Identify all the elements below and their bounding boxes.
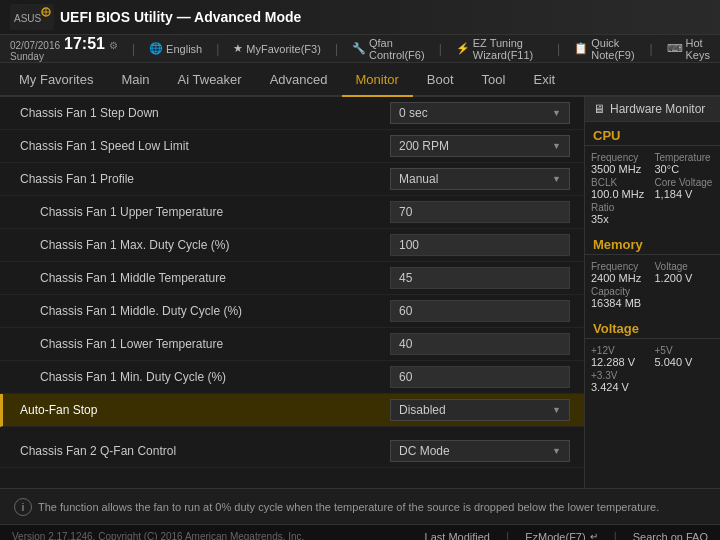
svg-text:ASUS: ASUS [14, 13, 42, 24]
info-text: The function allows the fan to run at 0%… [38, 501, 659, 513]
fan1-step-down-value[interactable]: 0 sec [390, 102, 570, 124]
qfan-btn[interactable]: 🔧 Qfan Control(F6) [352, 37, 425, 61]
bios-title: UEFI BIOS Utility — Advanced Mode [60, 9, 301, 25]
myfavorite-label: MyFavorite(F3) [246, 43, 321, 55]
fan1-lower-temp-value[interactable]: 40 [390, 333, 570, 355]
setting-auto-fan-stop[interactable]: Auto-Fan Stop Disabled [0, 394, 584, 427]
hw-cpu-bclk-label: BCLK 100.0 MHz [591, 177, 651, 200]
hw-v12-label: +12V 12.288 V [591, 345, 651, 368]
ez-mode-icon: ↵ [590, 531, 598, 540]
hw-voltage-grid: +12V 12.288 V +5V 5.040 V +3.3V 3.424 V [585, 343, 720, 399]
setting-fan1-speed-low[interactable]: Chassis Fan 1 Speed Low Limit 200 RPM [0, 130, 584, 163]
hw-cpu-ratio-label: Ratio 35x [591, 202, 714, 225]
hw-cpu-corevolt-label: Core Voltage 1,184 V [655, 177, 715, 200]
hw-v33-label: +3.3V 3.424 V [591, 370, 714, 393]
ez-mode-label: EzMode(F7) [525, 531, 586, 541]
fan1-mid-duty-value[interactable]: 60 [390, 300, 570, 322]
fan1-min-duty-value[interactable]: 60 [390, 366, 570, 388]
nav-advanced[interactable]: Advanced [256, 63, 342, 97]
ez-tuning-btn[interactable]: ⚡ EZ Tuning Wizard(F11) [456, 37, 543, 61]
quick-note-label: Quick Note(F9) [591, 37, 635, 61]
setting-fan1-upper-temp[interactable]: Chassis Fan 1 Upper Temperature 70 [0, 196, 584, 229]
spacer [0, 427, 584, 435]
hw-v5-label: +5V 5.040 V [655, 345, 715, 368]
time-text: 17:51 [64, 35, 105, 53]
fan1-max-duty-value[interactable]: 100 [390, 234, 570, 256]
setting-fan1-mid-duty[interactable]: Chassis Fan 1 Middle. Duty Cycle (%) 60 [0, 295, 584, 328]
navbar: My Favorites Main Ai Tweaker Advanced Mo… [0, 63, 720, 97]
lightning-icon: ⚡ [456, 42, 470, 55]
ez-mode-btn[interactable]: EzMode(F7) ↵ [525, 531, 598, 541]
auto-fan-stop-value[interactable]: Disabled [390, 399, 570, 421]
date-text: 02/07/2016 Sunday [10, 40, 60, 62]
hw-mem-freq-label: Frequency 2400 MHz [591, 261, 651, 284]
search-faq-btn[interactable]: Search on FAQ [633, 531, 708, 541]
fan1-upper-temp-value[interactable]: 70 [390, 201, 570, 223]
hw-monitor-title: Hardware Monitor [610, 102, 705, 116]
language-selector[interactable]: 🌐 English [149, 42, 202, 55]
note-icon: 📋 [574, 42, 588, 55]
keyboard-icon: ⌨ [667, 42, 683, 55]
nav-boot[interactable]: Boot [413, 63, 468, 97]
hardware-monitor-panel: 🖥 Hardware Monitor CPU Frequency 3500 MH… [585, 97, 720, 488]
setting-fan1-min-duty[interactable]: Chassis Fan 1 Min. Duty Cycle (%) 60 [0, 361, 584, 394]
hw-monitor-header: 🖥 Hardware Monitor [585, 97, 720, 122]
hw-voltage-title: Voltage [585, 315, 720, 339]
last-modified-btn[interactable]: Last Modified [425, 531, 490, 541]
hw-mem-volt-label: Voltage 1.200 V [655, 261, 715, 284]
main-content: Chassis Fan 1 Step Down 0 sec Chassis Fa… [0, 97, 720, 488]
settings-panel: Chassis Fan 1 Step Down 0 sec Chassis Fa… [0, 97, 585, 488]
monitor-icon: 🖥 [593, 102, 605, 116]
info-icon: i [14, 498, 32, 516]
globe-icon: 🌐 [149, 42, 163, 55]
fan1-speed-low-value[interactable]: 200 RPM [390, 135, 570, 157]
fan1-profile-value[interactable]: Manual [390, 168, 570, 190]
titlebar: ASUS UEFI BIOS Utility — Advanced Mode [0, 0, 720, 35]
nav-main[interactable]: Main [107, 63, 163, 97]
nav-monitor[interactable]: Monitor [342, 63, 413, 97]
ez-tuning-label: EZ Tuning Wizard(F11) [473, 37, 543, 61]
nav-ai-tweaker[interactable]: Ai Tweaker [164, 63, 256, 97]
star-icon: ★ [233, 42, 243, 55]
quick-note-btn[interactable]: 📋 Quick Note(F9) [574, 37, 635, 61]
setting-fan1-max-duty[interactable]: Chassis Fan 1 Max. Duty Cycle (%) 100 [0, 229, 584, 262]
hot-keys-btn[interactable]: ⌨ Hot Keys [667, 37, 710, 61]
setting-fan1-profile[interactable]: Chassis Fan 1 Profile Manual [0, 163, 584, 196]
info-bar: i The function allows the fan to run at … [0, 488, 720, 524]
hw-cpu-title: CPU [585, 122, 720, 146]
hw-cpu-grid: Frequency 3500 MHz Temperature 30°C BCLK… [585, 150, 720, 231]
hw-memory-grid: Frequency 2400 MHz Voltage 1.200 V Capac… [585, 259, 720, 315]
qfan-label: Qfan Control(F6) [369, 37, 425, 61]
footer: Version 2.17.1246. Copyright (C) 2016 Am… [0, 524, 720, 540]
logo-area: ASUS [10, 4, 54, 30]
setting-fan1-mid-temp[interactable]: Chassis Fan 1 Middle Temperature 45 [0, 262, 584, 295]
nav-my-favorites[interactable]: My Favorites [5, 63, 107, 97]
setting-fan2-qfan[interactable]: Chassis Fan 2 Q-Fan Control DC Mode [0, 435, 584, 468]
setting-fan1-lower-temp[interactable]: Chassis Fan 1 Lower Temperature 40 [0, 328, 584, 361]
setting-fan1-step-down[interactable]: Chassis Fan 1 Step Down 0 sec [0, 97, 584, 130]
datetime: 02/07/2016 Sunday 17:51 ⚙ [10, 35, 118, 62]
hw-cpu-freq-label: Frequency 3500 MHz [591, 152, 651, 175]
hw-mem-cap-label: Capacity 16384 MB [591, 286, 714, 309]
nav-exit[interactable]: Exit [519, 63, 569, 97]
fan2-qfan-value[interactable]: DC Mode [390, 440, 570, 462]
language-label: English [166, 43, 202, 55]
asus-logo-icon: ASUS [10, 4, 54, 30]
fan1-mid-temp-value[interactable]: 45 [390, 267, 570, 289]
hw-memory-title: Memory [585, 231, 720, 255]
gear-icon[interactable]: ⚙ [109, 40, 118, 51]
footer-buttons: Last Modified | EzMode(F7) ↵ | Search on… [425, 530, 708, 541]
hot-keys-label: Hot Keys [686, 37, 710, 61]
infobar: 02/07/2016 Sunday 17:51 ⚙ | 🌐 English | … [0, 35, 720, 63]
fan-icon: 🔧 [352, 42, 366, 55]
copyright-text: Version 2.17.1246. Copyright (C) 2016 Am… [12, 531, 304, 540]
hw-cpu-temp-label: Temperature 30°C [655, 152, 715, 175]
myfavorite-btn[interactable]: ★ MyFavorite(F3) [233, 42, 321, 55]
nav-tool[interactable]: Tool [468, 63, 520, 97]
